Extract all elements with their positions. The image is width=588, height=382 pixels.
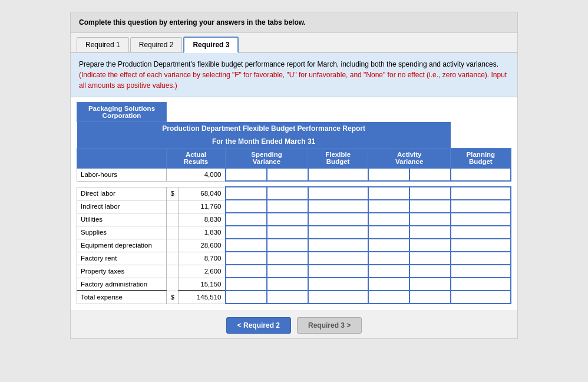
input-te-sv[interactable] bbox=[226, 291, 267, 304]
input-ut-pb[interactable] bbox=[451, 213, 511, 226]
input-ut-sv2[interactable] bbox=[267, 213, 308, 226]
input-fr-sv2[interactable] bbox=[267, 252, 308, 265]
input-te-pb[interactable] bbox=[451, 291, 511, 304]
input-ed-av[interactable] bbox=[368, 239, 409, 252]
input-dl-av2-field[interactable] bbox=[410, 187, 450, 199]
val-indirect-labor: 11,760 bbox=[179, 200, 226, 213]
input-lh-fb[interactable] bbox=[308, 168, 368, 181]
input-lh-av[interactable] bbox=[368, 168, 409, 181]
input-fr-av[interactable] bbox=[368, 252, 409, 265]
input-lh-pb-field[interactable] bbox=[451, 169, 510, 180]
input-lh-pb[interactable] bbox=[451, 168, 511, 181]
input-dl-pb-field[interactable] bbox=[451, 187, 510, 199]
input-lh-sv[interactable] bbox=[226, 168, 267, 181]
input-su-av2[interactable] bbox=[409, 226, 451, 239]
input-fa-fb[interactable] bbox=[308, 278, 368, 291]
input-ut-av2[interactable] bbox=[409, 213, 451, 226]
input-te-av[interactable] bbox=[368, 291, 409, 304]
bottom-buttons: < Required 2 Required 3 > bbox=[71, 310, 517, 338]
tab-required2[interactable]: Required 2 bbox=[130, 37, 183, 52]
input-il-fb[interactable] bbox=[308, 200, 368, 213]
input-lh-av2[interactable] bbox=[409, 168, 451, 181]
row-property-taxes: Property taxes 2,600 bbox=[77, 265, 511, 278]
row-indirect-labor: Indirect labor 11,760 bbox=[77, 200, 511, 213]
input-fa-sv[interactable] bbox=[226, 278, 267, 291]
val-equip-dep: 28,600 bbox=[179, 239, 226, 252]
input-pt-av2[interactable] bbox=[409, 265, 451, 278]
input-ed-av2[interactable] bbox=[409, 239, 451, 252]
input-fr-av2[interactable] bbox=[409, 252, 451, 265]
val-labor-hours: 4,000 bbox=[167, 168, 226, 181]
input-fa-pb[interactable] bbox=[451, 278, 511, 291]
input-dl-sv-field[interactable] bbox=[226, 187, 266, 199]
input-te-av2[interactable] bbox=[409, 291, 451, 304]
input-lh-sv2[interactable] bbox=[267, 168, 308, 181]
tab-required1[interactable]: Required 1 bbox=[77, 37, 129, 52]
dollar-total: $ bbox=[167, 291, 179, 304]
input-pt-fb[interactable] bbox=[308, 265, 368, 278]
row-total-expense: Total expense $ 145,510 bbox=[77, 291, 511, 304]
label-equip-dep: Equipment depreciation bbox=[77, 239, 167, 252]
tab-required3[interactable]: Required 3 bbox=[183, 37, 239, 53]
dollar-il bbox=[167, 200, 179, 213]
input-lh-sv-field[interactable] bbox=[226, 169, 266, 180]
input-ed-pb[interactable] bbox=[451, 239, 511, 252]
th-actual-results: ActualResults bbox=[167, 149, 226, 169]
input-ed-sv2[interactable] bbox=[267, 239, 308, 252]
label-property-taxes: Property taxes bbox=[77, 265, 167, 278]
input-dl-fb[interactable] bbox=[308, 187, 368, 200]
input-su-pb[interactable] bbox=[451, 226, 511, 239]
input-dl-av2[interactable] bbox=[409, 187, 451, 200]
input-dl-fb-field[interactable] bbox=[309, 187, 368, 199]
input-dl-av[interactable] bbox=[368, 187, 409, 200]
input-il-pb[interactable] bbox=[451, 200, 511, 213]
report-title2: Production Department Flexible Budget Pe… bbox=[77, 122, 451, 136]
input-lh-av-field[interactable] bbox=[369, 169, 409, 180]
val-supplies: 1,830 bbox=[179, 226, 226, 239]
input-dl-pb[interactable] bbox=[451, 187, 511, 200]
description-main: Prepare the Production Department's flex… bbox=[79, 60, 498, 68]
input-dl-sv2-field[interactable] bbox=[267, 187, 308, 199]
input-su-sv[interactable] bbox=[226, 226, 267, 239]
input-ed-sv[interactable] bbox=[226, 239, 267, 252]
label-factory-admin: Factory administration bbox=[77, 278, 167, 291]
input-te-sv2[interactable] bbox=[267, 291, 308, 304]
input-lh-fb-field[interactable] bbox=[309, 169, 368, 180]
input-il-av[interactable] bbox=[368, 200, 409, 213]
input-su-fb[interactable] bbox=[308, 226, 368, 239]
input-pt-pb[interactable] bbox=[451, 265, 511, 278]
th-empty bbox=[77, 149, 167, 169]
th-flexible-budget: FlexibleBudget bbox=[308, 149, 368, 169]
input-pt-sv2[interactable] bbox=[267, 265, 308, 278]
input-il-sv[interactable] bbox=[226, 200, 267, 213]
input-te-fb[interactable] bbox=[308, 291, 368, 304]
input-fa-sv2[interactable] bbox=[267, 278, 308, 291]
input-fa-av[interactable] bbox=[368, 278, 409, 291]
input-ut-av[interactable] bbox=[368, 213, 409, 226]
input-dl-sv[interactable] bbox=[226, 187, 267, 200]
next-button[interactable]: Required 3 > bbox=[297, 317, 362, 334]
input-pt-av[interactable] bbox=[368, 265, 409, 278]
input-dl-sv2[interactable] bbox=[267, 187, 308, 200]
input-su-sv2[interactable] bbox=[267, 226, 308, 239]
dollar-dl: $ bbox=[167, 187, 179, 200]
input-fr-fb[interactable] bbox=[308, 252, 368, 265]
input-il-av2[interactable] bbox=[409, 200, 451, 213]
input-dl-av-field[interactable] bbox=[369, 187, 409, 199]
instruction-text: Complete this question by entering your … bbox=[79, 18, 306, 27]
input-ed-fb[interactable] bbox=[308, 239, 368, 252]
table-container: Packaging Solutions Corporation Producti… bbox=[71, 97, 517, 310]
row-factory-admin: Factory administration 15,150 bbox=[77, 278, 511, 291]
input-lh-av2-field[interactable] bbox=[410, 169, 450, 180]
input-su-av[interactable] bbox=[368, 226, 409, 239]
input-ut-sv[interactable] bbox=[226, 213, 267, 226]
input-lh-sv2-field[interactable] bbox=[267, 169, 308, 180]
input-ut-fb[interactable] bbox=[308, 213, 368, 226]
input-pt-sv[interactable] bbox=[226, 265, 267, 278]
input-fr-pb[interactable] bbox=[451, 252, 511, 265]
input-fa-av2[interactable] bbox=[409, 278, 451, 291]
input-il-sv2[interactable] bbox=[267, 200, 308, 213]
prev-button[interactable]: < Required 2 bbox=[226, 317, 291, 334]
input-fr-sv[interactable] bbox=[226, 252, 267, 265]
label-utilities: Utilities bbox=[77, 213, 167, 226]
